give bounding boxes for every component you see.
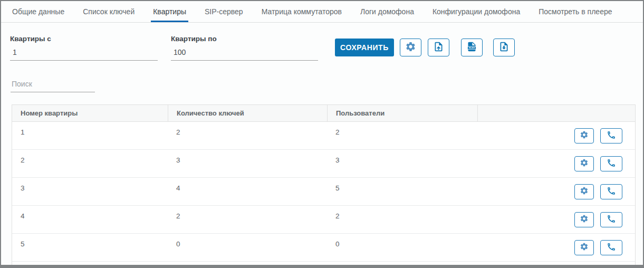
main-content: Квартиры с Квартиры по СОХРАНИТЬ: [1, 23, 643, 265]
apartments-from-label: Квартиры с: [10, 35, 158, 43]
table-row: 5 0 0: [12, 234, 635, 262]
row-settings-button[interactable]: [574, 128, 594, 143]
cell-apartment-number: 2: [12, 150, 168, 177]
upload-file-button[interactable]: [428, 39, 449, 56]
tab-intercom-logs[interactable]: Логи домофона: [358, 1, 416, 22]
table-row: 2 3 3: [12, 150, 635, 178]
cell-actions: [477, 122, 635, 149]
cell-users: 3: [327, 150, 477, 177]
row-settings-button[interactable]: [574, 212, 594, 227]
tab-switch-matrix[interactable]: Матрица коммутаторов: [259, 1, 344, 22]
download-file-button[interactable]: [493, 39, 515, 56]
row-call-button[interactable]: [600, 128, 622, 143]
cell-apartment-number: 4: [12, 206, 168, 233]
phone-icon: [607, 186, 616, 197]
download-file-icon: [498, 41, 510, 54]
row-settings-button[interactable]: [574, 240, 594, 255]
apartments-to-field: Квартиры по: [171, 35, 318, 61]
tab-intercom-configs[interactable]: Конфигурации домофона: [430, 1, 522, 22]
apartments-to-label: Квартиры по: [171, 35, 318, 43]
table-body: 1 2 2 2 3 3: [12, 122, 635, 262]
cell-key-count: 0: [168, 234, 327, 261]
cell-users: 2: [327, 122, 477, 149]
table-row: 1 2 2: [12, 122, 635, 150]
cell-apartment-number: 5: [12, 234, 168, 261]
tab-sip-server[interactable]: SIP-сервер: [203, 1, 245, 22]
gear-icon: [405, 41, 416, 54]
apartments-table: Номер квартиры Количество ключей Пользов…: [12, 104, 636, 265]
header-users: Пользователи: [327, 105, 477, 121]
phone-icon: [607, 158, 616, 169]
cell-actions: [477, 234, 635, 261]
apartments-from-input[interactable]: [10, 47, 158, 61]
table-partial-row: [12, 262, 635, 265]
table-header: Номер квартиры Количество ключей Пользов…: [12, 105, 635, 122]
cell-users: 0: [327, 234, 477, 261]
cell-actions: [477, 178, 635, 205]
header-key-count: Количество ключей: [168, 105, 327, 121]
cell-users: 2: [327, 206, 477, 233]
cell-key-count: 4: [168, 178, 327, 205]
upload-file-icon: [433, 41, 444, 54]
row-call-button[interactable]: [600, 212, 622, 227]
phone-icon: [607, 214, 616, 225]
export-xlsx-button[interactable]: XLSX: [461, 39, 483, 56]
tab-apartments[interactable]: Квартиры: [151, 1, 188, 22]
cell-key-count: 2: [168, 206, 327, 233]
cell-apartment-number: 3: [12, 178, 168, 205]
gear-icon: [580, 158, 589, 169]
phone-icon: [607, 130, 616, 141]
cell-actions: [477, 150, 635, 177]
phone-icon: [607, 242, 616, 253]
table-row: 4 2 2: [12, 206, 635, 234]
header-actions: [477, 105, 635, 121]
settings-button[interactable]: [400, 39, 421, 56]
row-call-button[interactable]: [600, 184, 622, 199]
header-apartment-number: Номер квартиры: [12, 105, 168, 121]
gear-icon: [580, 130, 589, 141]
tab-bar: Общие данные Список ключей Квартиры SIP-…: [1, 1, 643, 23]
table-row: 3 4 5: [12, 178, 635, 206]
cell-users: 5: [327, 178, 477, 205]
cell-actions: [477, 206, 635, 233]
cell-key-count: 2: [168, 122, 327, 149]
intercom-admin-window: Общие данные Список ключей Квартиры SIP-…: [0, 0, 644, 268]
tab-view-in-player[interactable]: Посмотреть в плеере: [536, 1, 614, 22]
search-input[interactable]: [11, 78, 95, 92]
apartments-to-input[interactable]: [171, 47, 318, 61]
gear-icon: [580, 214, 589, 225]
cell-key-count: 3: [168, 150, 327, 177]
tab-key-list[interactable]: Список ключей: [81, 1, 137, 22]
xlsx-file-icon: XLSX: [466, 41, 477, 54]
gear-icon: [580, 242, 589, 253]
row-call-button[interactable]: [600, 156, 622, 171]
row-settings-button[interactable]: [574, 184, 594, 199]
tab-general-data[interactable]: Общие данные: [10, 1, 66, 22]
save-button[interactable]: СОХРАНИТЬ: [335, 39, 394, 56]
cell-apartment-number: 1: [12, 122, 168, 149]
apartments-from-field: Квартиры с: [10, 35, 158, 61]
row-call-button[interactable]: [600, 240, 622, 255]
row-settings-button[interactable]: [574, 156, 594, 171]
gear-icon: [580, 186, 589, 197]
svg-text:XLSX: XLSX: [469, 46, 475, 49]
